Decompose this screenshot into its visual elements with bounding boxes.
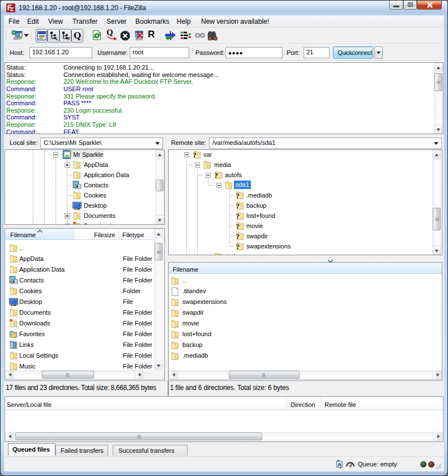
svg-text:F: F [68,37,71,41]
svg-text:L: L [56,37,59,41]
svg-text:A: A [338,461,342,468]
